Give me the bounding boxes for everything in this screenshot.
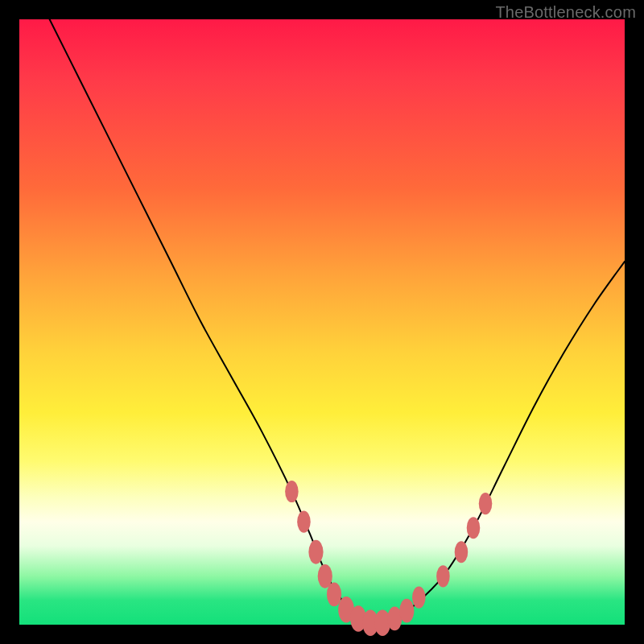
chart-plot-area [19,19,625,625]
curve-bead [467,517,481,539]
curve-bead [399,599,414,623]
curve-bead [285,481,299,502]
bottleneck-curve [50,19,625,625]
curve-bead [479,493,493,514]
curve-bead [412,587,426,609]
curve-bead [308,540,323,564]
chart-svg [19,19,625,625]
chart-frame: TheBottleneck.com [0,0,644,644]
curve-bead [327,583,341,607]
curve-bead [455,541,469,563]
curve-markers [285,481,492,636]
curve-bead [297,511,311,533]
curve-bead [436,565,450,587]
watermark-label: TheBottleneck.com [495,3,636,22]
